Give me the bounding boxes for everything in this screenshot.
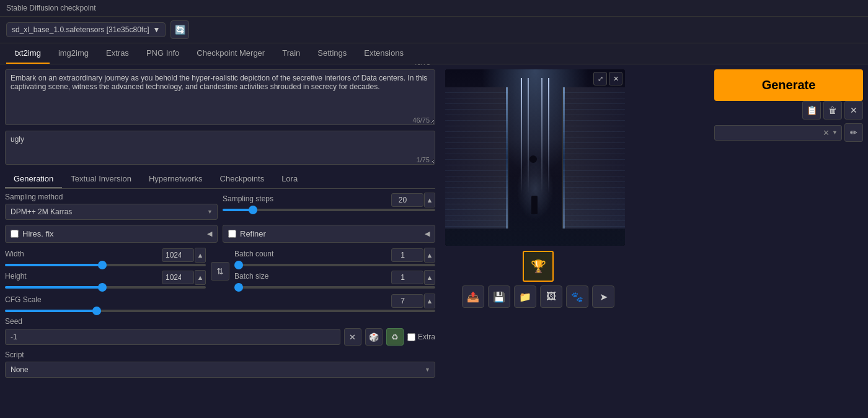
batch-size-slider-row — [234, 286, 435, 289]
refiner-collapse-button[interactable]: ◀ — [425, 230, 430, 238]
delete-icon-button[interactable]: ✕ — [844, 101, 863, 120]
cfg-scale-section: CFG Scale ▲ — [5, 294, 435, 312]
batch-size-input[interactable] — [391, 271, 423, 284]
seed-recycle-button[interactable]: ♻ — [386, 328, 404, 346]
bottom-toolbar: 📤 💾 📁 🖼 🐾 — [445, 285, 631, 308]
subtab-textual-inversion[interactable]: Textual Inversion — [62, 170, 140, 188]
seed-dice-button[interactable]: 🎲 — [365, 328, 383, 346]
expand-icon: ⤢ — [598, 75, 603, 83]
negative-count-badge: 1/75 — [415, 155, 432, 164]
sampling-steps-slider-row — [223, 209, 435, 211]
tab-extras[interactable]: Extras — [97, 43, 138, 64]
checkpoint-dropdown[interactable]: sd_xl_base_1.0.safetensors [31e35c80fc] … — [6, 22, 166, 37]
send-img2img-icon: 📤 — [467, 291, 479, 303]
subtab-lora[interactable]: Lora — [273, 170, 306, 188]
dimensions-row: Width ▲ Height ▲ — [5, 248, 435, 289]
image-close-button[interactable]: ✕ — [609, 72, 622, 85]
batch-count-input[interactable] — [391, 248, 423, 262]
sampling-steps-col: Sampling steps ▲ — [223, 193, 435, 211]
extra-checkbox-label[interactable]: Extra — [407, 333, 435, 341]
sub-tabs: Generation Textual Inversion Hypernetwor… — [5, 170, 435, 189]
sampling-method-col: Sampling method DPM++ 2M Karras — [5, 193, 218, 220]
paw-icon: 🐾 — [571, 291, 583, 303]
refiner-checkbox[interactable] — [228, 230, 236, 238]
batch-count-slider[interactable] — [234, 264, 435, 266]
tab-settings[interactable]: Settings — [309, 43, 355, 64]
seed-input[interactable] — [5, 329, 340, 345]
style-dropdown-icon[interactable]: ▼ — [832, 129, 838, 136]
save-image-button[interactable]: 💾 — [488, 285, 510, 308]
tab-checkpoint-merger[interactable]: Checkpoint Merger — [188, 43, 273, 64]
height-slider-row — [5, 286, 206, 289]
send-to-img2img-button[interactable]: 📤 — [462, 285, 484, 308]
image-tool-button[interactable]: 🖼 — [540, 285, 562, 308]
refresh-button[interactable]: 🔄 — [170, 20, 189, 39]
sampling-method-label: Sampling method — [5, 193, 218, 201]
style-field-wrapper: ✕ ▼ — [714, 125, 842, 141]
thumbnail-row: 🏆 — [445, 251, 631, 282]
subtab-generation[interactable]: Generation — [5, 170, 62, 188]
tab-png-info[interactable]: PNG Info — [138, 43, 188, 64]
cfg-scale-input[interactable] — [391, 294, 423, 308]
style-edit-icon: ✏ — [850, 128, 857, 137]
tab-train[interactable]: Train — [273, 43, 309, 64]
dc-figure — [531, 196, 538, 214]
sampling-steps-slider[interactable] — [223, 209, 435, 211]
checkpoint-value: sd_xl_base_1.0.safetensors [31e35c80fc] — [12, 25, 149, 34]
tab-extensions[interactable]: Extensions — [355, 43, 412, 64]
thumbnail-1[interactable]: 🏆 — [523, 251, 554, 282]
batch-size-label: Batch size — [234, 272, 268, 281]
tab-txt2img[interactable]: txt2img — [6, 43, 50, 64]
subtab-hypernetworks[interactable]: Hypernetworks — [140, 170, 211, 188]
sampling-method-select[interactable]: DPM++ 2M Karras — [5, 204, 218, 220]
dc-left-light — [521, 78, 522, 193]
tab-img2img[interactable]: img2img — [50, 43, 97, 64]
dc-right-light — [548, 78, 549, 193]
seed-label: Seed — [5, 317, 435, 326]
topbar: sd_xl_base_1.0.safetensors [31e35c80fc] … — [0, 17, 868, 43]
refiner-item[interactable]: Refiner ◀ — [223, 225, 435, 243]
style-clear-icon[interactable]: ✕ — [823, 128, 830, 137]
height-input[interactable] — [162, 271, 194, 284]
negative-prompt-input[interactable] — [5, 131, 435, 165]
swap-col: ⇅ — [211, 262, 229, 281]
width-slider[interactable] — [5, 264, 206, 266]
paw-button[interactable]: 🐾 — [566, 285, 588, 308]
style-edit-button[interactable]: ✏ — [844, 123, 863, 142]
width-input[interactable] — [162, 248, 194, 262]
folder-button[interactable]: 📁 — [514, 285, 536, 308]
extra-checkbox[interactable] — [407, 333, 415, 341]
send-button[interactable]: ➤ — [592, 285, 614, 308]
batch-size-slider[interactable] — [234, 286, 435, 289]
image-expand-button[interactable]: ⤢ — [593, 72, 607, 85]
positive-count-badge: 46/75 — [410, 116, 432, 124]
trash-icon-button[interactable]: 🗑 — [823, 101, 842, 120]
hires-fix-item[interactable]: Hires. fix ◀ — [5, 225, 218, 243]
batch-count-label: Batch count — [234, 250, 273, 258]
hires-collapse-button[interactable]: ◀ — [207, 230, 212, 238]
subtab-checkpoints[interactable]: Checkpoints — [211, 170, 273, 188]
image-preview: ⤢ ✕ — [445, 69, 625, 246]
save-img-icon: 💾 — [493, 291, 505, 303]
seed-clear-button[interactable]: ✕ — [344, 328, 361, 346]
sampling-steps-input[interactable] — [391, 193, 423, 207]
recycle-icon: ♻ — [391, 333, 399, 342]
thumbnail-icon: 🏆 — [531, 259, 546, 274]
sampling-steps-label: Sampling steps — [223, 194, 273, 203]
cfg-scale-slider[interactable] — [5, 310, 435, 312]
script-section: Script None — [5, 351, 435, 378]
cfg-scale-label: CFG Scale — [5, 295, 42, 304]
positive-prompt-wrapper: 46/75 46/75 — [5, 69, 435, 127]
height-slider[interactable] — [5, 286, 206, 289]
generation-controls: Sampling method DPM++ 2M Karras Sampling… — [5, 193, 435, 378]
hires-fix-checkbox[interactable] — [11, 230, 19, 238]
image-area: ⤢ ✕ 🏆 — [445, 69, 631, 308]
script-select[interactable]: None — [5, 362, 435, 378]
positive-prompt-input[interactable] — [5, 69, 435, 125]
swap-dimensions-button[interactable]: ⇅ — [211, 262, 229, 281]
title-text: Stable Diffusion checkpoint — [6, 4, 96, 12]
seed-row: ✕ 🎲 ♻ Extra — [5, 328, 435, 346]
paste-icon-button[interactable]: 📋 — [802, 101, 821, 120]
generate-button[interactable]: Generate — [714, 69, 863, 101]
folder-icon: 📁 — [519, 291, 531, 303]
